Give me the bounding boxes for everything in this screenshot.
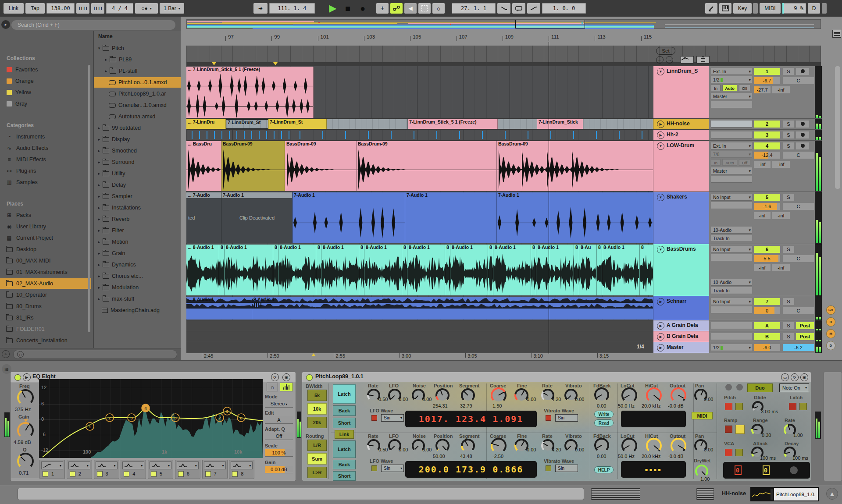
- io-routing-select[interactable]: 1/2: [711, 344, 752, 351]
- freq-knob[interactable]: [17, 389, 34, 406]
- sidebar-item-orange[interactable]: Orange: [0, 76, 91, 86]
- tree-arrow-icon[interactable]: ▸: [96, 228, 102, 233]
- band-filter-type-select[interactable]: ▾: [96, 461, 118, 469]
- tree-arrow-icon[interactable]: ▸: [96, 217, 102, 221]
- draw-mode-button[interactable]: [390, 3, 403, 14]
- ch2-latch-button[interactable]: Latch: [333, 440, 356, 458]
- pan-field[interactable]: C: [783, 203, 814, 210]
- post-toggle[interactable]: Post: [796, 333, 814, 340]
- device-activator-led[interactable]: [14, 374, 21, 381]
- sidebar-item-user-library[interactable]: ◉User Library: [0, 221, 91, 232]
- eq-band-4[interactable]: ▾4: [121, 460, 146, 479]
- browser-collapse-button[interactable]: ▸: [1, 20, 10, 29]
- clip[interactable]: 8-Audio 1: [602, 245, 640, 295]
- quantization-menu[interactable]: 1 Bar▾: [160, 3, 184, 14]
- clip[interactable]: 8: [316, 245, 321, 295]
- volume-field[interactable]: -1.6: [754, 203, 780, 210]
- ch2-fdback-knob[interactable]: [594, 438, 609, 453]
- track-header-shakers[interactable]: ▼Shakers: [653, 192, 709, 244]
- ch2-position-knob[interactable]: [435, 439, 450, 453]
- ch1-vib-wave-select[interactable]: Sin: [555, 414, 578, 422]
- tree-arrow-icon[interactable]: ▸: [96, 137, 102, 142]
- drywet-knob[interactable]: [695, 465, 708, 478]
- ch1-write-button[interactable]: Write: [594, 411, 614, 418]
- file-row[interactable]: ▸PL89: [94, 54, 181, 65]
- file-row[interactable]: ▸Grain: [94, 248, 181, 259]
- track-number[interactable]: 2: [754, 121, 780, 128]
- output-gain-field[interactable]: 0.00 dB: [265, 466, 293, 473]
- ch2-lfo-wave-select[interactable]: Sin▾: [381, 465, 404, 472]
- file-row[interactable]: ▸Smoothed: [94, 146, 181, 156]
- io-box[interactable]: [711, 322, 752, 329]
- draw-mode-toggle[interactable]: [681, 56, 694, 64]
- loop-button[interactable]: [512, 3, 525, 14]
- band-activator-led[interactable]: [178, 471, 184, 477]
- track-lane-bassdrums[interactable]: ... 8-Audio 188-Audio 188-Audio 188-Audi…: [186, 244, 653, 296]
- tree-arrow-icon[interactable]: ▸: [96, 251, 102, 256]
- band-filter-type-select[interactable]: ▾: [122, 461, 144, 469]
- mixer-sections-button[interactable]: [832, 30, 841, 38]
- loop-marker-2-icon[interactable]: [273, 62, 278, 65]
- track-header-schnarr[interactable]: ▶Schnarr: [653, 296, 709, 320]
- track-number[interactable]: B: [754, 333, 780, 340]
- arrangement-overview-mini[interactable]: [591, 488, 640, 500]
- file-row[interactable]: ▸Filter: [94, 225, 181, 236]
- ch1-hicut-knob[interactable]: [646, 387, 662, 403]
- band-filter-type-select[interactable]: ▾: [177, 461, 199, 469]
- q-knob[interactable]: [17, 453, 34, 469]
- io-routing-select[interactable]: No Input: [711, 298, 752, 305]
- tree-arrow-icon[interactable]: ▸: [96, 297, 102, 301]
- ch2-vib-wave-swatch[interactable]: [546, 465, 551, 471]
- sidebar-item-10-operator[interactable]: 10_Operator: [0, 290, 91, 300]
- track-play-icon[interactable]: ▶: [657, 344, 664, 351]
- overdub-button[interactable]: D: [808, 3, 820, 14]
- preview-strip[interactable]: ∩: [13, 350, 177, 359]
- file-row[interactable]: ▸Chorus etc...: [94, 271, 181, 281]
- tree-arrow-icon[interactable]: ▸: [96, 285, 102, 290]
- file-row[interactable]: ▸Reverb: [94, 214, 181, 224]
- clip[interactable]: 8-Audio 1: [407, 245, 445, 295]
- eq-band-6[interactable]: ▾6: [175, 460, 200, 479]
- file-row[interactable]: ▸Surround: [94, 157, 181, 167]
- midi-in-out-toggle[interactable]: [822, 3, 827, 14]
- show-hide-panel-button[interactable]: ▲: [826, 488, 838, 500]
- sidebar-item-gray[interactable]: Gray: [0, 99, 91, 109]
- clip[interactable]: [327, 119, 408, 129]
- file-row[interactable]: ▸PL-stuff: [94, 66, 181, 76]
- track-number[interactable]: 6: [754, 246, 780, 253]
- track-lane-linndrum-s[interactable]: ... 7-LinnDrum_Stick_5 1 (Freeze): [186, 66, 653, 119]
- post-toggle[interactable]: Post: [796, 322, 814, 329]
- sidebar-item-folder01[interactable]: FOLDER01: [0, 324, 91, 334]
- track-play-icon[interactable]: ▶: [657, 298, 664, 305]
- arm-button[interactable]: [796, 121, 809, 128]
- clip[interactable]: 7-LinnDrum_St: [268, 119, 327, 129]
- volume-field[interactable]: 5.5: [754, 255, 780, 262]
- scale-field[interactable]: 100 %: [265, 449, 293, 457]
- io-routing-select[interactable]: 10-Audio: [711, 227, 752, 234]
- bwidth-20k[interactable]: 20k: [307, 417, 327, 428]
- mixer-section-badge-r[interactable]: R: [826, 317, 835, 327]
- eq-band-7[interactable]: ▾7: [202, 460, 228, 479]
- track-lane-hh-2[interactable]: [186, 130, 653, 141]
- status-device-selector[interactable]: PitchLoop89_1.0.: [750, 487, 819, 501]
- volume-field[interactable]: -6.7: [754, 77, 780, 84]
- nudge-down-button[interactable]: ❙❙❙❙: [76, 3, 89, 14]
- vca-swatch-2[interactable]: [735, 449, 743, 456]
- spectrum-toggle-button[interactable]: [280, 383, 293, 391]
- sidebar-item-80-drums[interactable]: 80_Drums: [0, 301, 91, 312]
- scrub-area[interactable]: [186, 46, 821, 62]
- sidebar-item-plug-ins[interactable]: ⊶Plug-ins: [0, 166, 91, 176]
- pan-field[interactable]: C: [783, 255, 814, 262]
- tree-arrow-icon[interactable]: ▸: [96, 240, 102, 244]
- clip[interactable]: BassDrum-09: [357, 141, 497, 191]
- volume-field[interactable]: -12.4: [754, 152, 780, 159]
- record-button[interactable]: ●: [356, 3, 369, 14]
- ch2-hicut-knob[interactable]: [646, 438, 662, 454]
- tree-arrow-icon[interactable]: ▸: [96, 183, 102, 187]
- track-lane-a-grain-dela[interactable]: [186, 320, 653, 331]
- loop-toggle-circle-button[interactable]: ○: [432, 3, 445, 14]
- send-b-field[interactable]: -inf: [772, 212, 790, 219]
- loop-marker-1-icon[interactable]: [212, 62, 216, 65]
- io-routing-select[interactable]: No Input: [711, 194, 752, 201]
- pan-field[interactable]: C: [783, 307, 814, 314]
